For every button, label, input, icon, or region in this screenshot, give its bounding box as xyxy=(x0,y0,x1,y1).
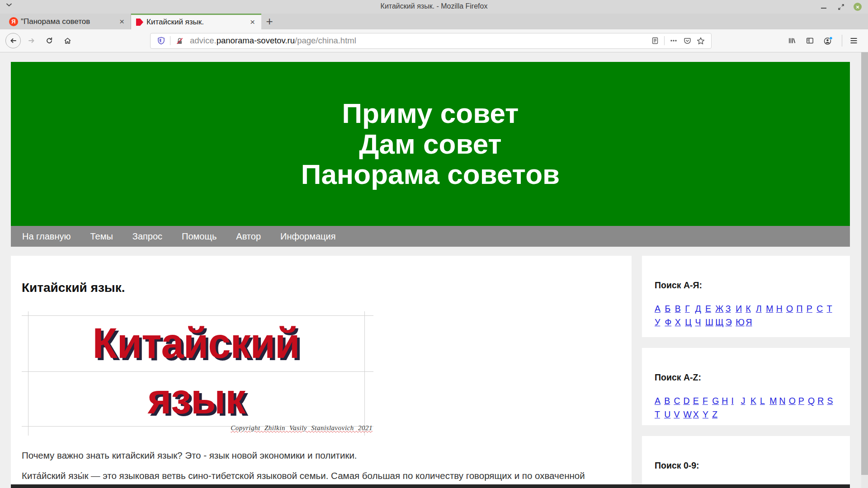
alphabet-link[interactable]: Y xyxy=(703,408,712,421)
article-hero-image: Китайский язык Copyright Zhilkin Vasily … xyxy=(22,311,373,436)
alphabet-link[interactable]: Ф xyxy=(665,316,675,329)
tab-chinese-language[interactable]: Китайский язык. × xyxy=(131,14,261,29)
alphabet-link[interactable]: Ю xyxy=(736,316,745,329)
alphabet-link[interactable]: X xyxy=(693,408,703,421)
alphabet-link[interactable]: K xyxy=(750,394,760,408)
bookmark-star-icon[interactable] xyxy=(694,34,708,47)
alphabet-link[interactable]: Д xyxy=(695,302,705,315)
alphabet-link[interactable]: Г xyxy=(685,302,695,315)
banner-line-2: Дам совет xyxy=(359,129,501,160)
alphabet-link[interactable]: F xyxy=(703,394,712,408)
alphabet-link[interactable]: М xyxy=(766,302,776,315)
alphabet-link[interactable]: Н xyxy=(776,302,786,315)
alphabet-link[interactable]: Л xyxy=(756,302,766,315)
nav-menu-item[interactable]: Информация xyxy=(280,231,335,242)
alphabet-link[interactable]: R xyxy=(817,394,827,408)
page-actions-dots-icon[interactable] xyxy=(667,34,680,47)
alphabet-links-latin: ABCDEFGHIJKLMNOPQRSTUVWXYZ xyxy=(655,394,837,422)
nav-menu-item[interactable]: Запрос xyxy=(132,231,162,242)
tab-close-icon[interactable]: × xyxy=(248,17,257,27)
tab-bar: Я "Панорама советов × Китайский язык. × … xyxy=(0,14,868,29)
insecure-lock-icon[interactable] xyxy=(173,34,186,47)
alphabet-link[interactable]: B xyxy=(664,394,674,408)
alphabet-link[interactable]: Т xyxy=(827,302,837,315)
sidebar-card-search-latin: Поиск A-Z: ABCDEFGHIJKLMNOPQRSTUVWXYZ xyxy=(642,348,850,425)
tab-panorama-sovetov[interactable]: Я "Панорама советов × xyxy=(5,14,131,29)
alphabet-link[interactable]: З xyxy=(726,302,736,315)
alphabet-link[interactable]: C xyxy=(674,394,683,408)
alphabet-link[interactable]: O xyxy=(789,394,798,408)
account-icon[interactable] xyxy=(820,33,835,48)
nav-menu-item[interactable]: На главную xyxy=(22,231,71,242)
alphabet-link[interactable]: Ж xyxy=(715,302,725,315)
tab-close-icon[interactable]: × xyxy=(118,17,126,27)
alphabet-link[interactable]: Z xyxy=(712,408,722,421)
tracking-protection-shield-icon[interactable] xyxy=(154,34,168,47)
new-tab-button[interactable]: + xyxy=(261,14,278,29)
banner-line-3: Панорама советов xyxy=(301,159,560,190)
alphabet-link[interactable]: S xyxy=(827,394,836,408)
home-button[interactable] xyxy=(60,33,75,48)
alphabet-link[interactable]: H xyxy=(722,394,731,408)
alphabet-link[interactable]: П xyxy=(796,302,806,315)
alphabet-link[interactable]: Щ xyxy=(715,316,725,329)
alphabet-link[interactable]: J xyxy=(741,394,750,408)
alphabet-link[interactable]: W xyxy=(684,408,693,421)
pocket-icon[interactable] xyxy=(680,34,694,47)
nav-menu-item[interactable]: Темы xyxy=(90,231,113,242)
library-icon[interactable] xyxy=(784,33,799,48)
alphabet-link[interactable]: Е xyxy=(705,302,715,315)
nav-menu-item[interactable]: Помощь xyxy=(182,231,217,242)
alphabet-link[interactable]: Х xyxy=(675,316,685,329)
url-text[interactable]: advice.panorama-sovetov.ru/page/china.ht… xyxy=(186,36,648,46)
alphabet-link[interactable]: Ц xyxy=(685,316,695,329)
alphabet-link[interactable]: U xyxy=(664,408,674,421)
hero-image-word-1: Китайский xyxy=(93,319,300,368)
alphabet-link[interactable]: Q xyxy=(808,394,817,408)
alphabet-link[interactable]: G xyxy=(712,394,722,408)
alphabet-link[interactable]: M xyxy=(769,394,779,408)
alphabet-link[interactable]: T xyxy=(655,408,664,421)
window-titlebar: Китайский язык. - Mozilla Firefox × xyxy=(0,0,868,14)
alphabet-link[interactable]: С xyxy=(816,302,826,315)
nav-menu-item[interactable]: Автор xyxy=(236,231,261,242)
minimize-button[interactable] xyxy=(819,2,828,11)
close-button[interactable]: × xyxy=(854,3,862,11)
alphabet-link[interactable]: V xyxy=(674,408,683,421)
alphabet-link[interactable]: A xyxy=(655,394,664,408)
alphabet-link[interactable]: О xyxy=(786,302,796,315)
alphabet-link[interactable]: P xyxy=(798,394,808,408)
alphabet-link[interactable]: Р xyxy=(807,302,816,315)
alphabet-link[interactable]: E xyxy=(693,394,703,408)
tab-title: "Панорама советов xyxy=(21,17,115,26)
tab-title: Китайский язык. xyxy=(146,18,245,27)
alphabet-link[interactable]: N xyxy=(779,394,788,408)
alphabet-links-cyrillic: АБВГДЕЖЗИКЛМНОПРСТУФХЦЧШЩЭЮЯ xyxy=(655,302,837,329)
alphabet-link[interactable]: А xyxy=(655,302,665,315)
sidebar-toggle-icon[interactable] xyxy=(802,33,817,48)
alphabet-link[interactable]: Э xyxy=(726,316,736,329)
restore-button[interactable] xyxy=(836,2,845,11)
reader-view-icon[interactable] xyxy=(648,34,662,47)
alphabet-link[interactable]: У xyxy=(655,316,665,329)
reload-button[interactable] xyxy=(42,33,57,48)
alphabet-link[interactable]: D xyxy=(684,394,693,408)
site-nav-menu: На главнуюТемыЗапросПомощьАвторИнформаци… xyxy=(11,226,850,247)
alphabet-link[interactable]: L xyxy=(760,394,769,408)
url-bar[interactable]: advice.panorama-sovetov.ru/page/china.ht… xyxy=(150,33,712,49)
article-card: Китайский язык. Китайский язык Copyright… xyxy=(11,256,632,488)
alphabet-link[interactable]: I xyxy=(731,394,741,408)
forward-button[interactable] xyxy=(24,33,39,48)
alphabet-link[interactable]: В xyxy=(675,302,685,315)
hamburger-menu-icon[interactable] xyxy=(846,33,861,48)
alphabet-link[interactable]: Ч xyxy=(695,316,705,329)
back-button[interactable] xyxy=(5,33,21,48)
alphabet-link[interactable]: Ш xyxy=(705,316,715,329)
alphabet-link[interactable]: Б xyxy=(665,302,675,315)
page-scrollbar-thumb[interactable] xyxy=(861,52,868,475)
alphabet-link[interactable]: Я xyxy=(746,316,756,329)
page-scrollbar-track[interactable] xyxy=(861,52,868,488)
urlbar-separator xyxy=(170,36,170,45)
alphabet-link[interactable]: И xyxy=(736,302,745,315)
alphabet-link[interactable]: К xyxy=(746,302,756,315)
